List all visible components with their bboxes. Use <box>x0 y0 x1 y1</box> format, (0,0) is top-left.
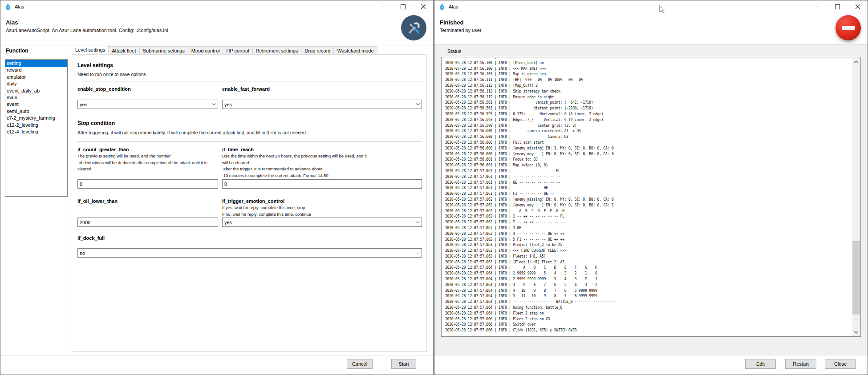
window-title: Alas <box>449 4 458 9</box>
page-subtitle: AzurLaneAutoScript, An Azur Lane automat… <box>6 28 168 33</box>
maximize-button[interactable] <box>393 0 413 13</box>
tab[interactable]: Mood control <box>188 46 223 54</box>
enable-fast-forward-select[interactable]: yes <box>222 100 422 109</box>
function-list-item[interactable]: emulator <box>5 74 67 81</box>
caption-buttons <box>807 0 868 13</box>
tab[interactable]: Retirement settings <box>252 46 302 54</box>
start-button[interactable]: Start <box>391 359 416 369</box>
log-line: 2020-05-28 12:07:57.061 | INFO | -- -- -… <box>445 185 852 191</box>
tab[interactable]: HP control <box>223 46 252 54</box>
chevron-down-icon <box>414 221 422 223</box>
edit-button[interactable]: Edit <box>745 359 776 369</box>
log-line: 2020-05-28 12:07:57.064 | INFO | 1 9999 … <box>445 271 852 277</box>
log-line: 2020-05-28 12:07:56.599 | INFO | Center … <box>445 123 852 129</box>
log-lines: 2020-05-28 12:07:56.100 | INFO | fleet_l… <box>442 58 852 334</box>
log-line: 2020-05-28 12:07:57.064 | INFO | 2 9999 … <box>445 277 852 282</box>
alas-config-window: Alas Alas AzurLaneAutoScript, An Azur La… <box>0 0 434 375</box>
if-dock-full-select[interactable]: no <box>77 248 422 258</box>
tab[interactable]: Wasteland mode <box>333 46 377 54</box>
cancel-button[interactable]: Cancel <box>347 359 373 369</box>
section-heading: Level settings <box>77 62 113 69</box>
function-list-item[interactable]: setting <box>5 60 67 67</box>
function-list-item[interactable]: event_daily_ab <box>5 88 67 94</box>
if-trigger-emotion-control-select[interactable]: yes <box>222 218 422 227</box>
minimize-icon <box>381 7 385 7</box>
function-list-item[interactable]: reward <box>5 67 67 73</box>
scroll-down-button[interactable] <box>852 328 860 336</box>
function-list-item[interactable]: main <box>5 94 67 101</box>
stop-condition-heading: Stop condition <box>77 120 115 126</box>
if-trigger-emotion-control-label: if_trigger_emotion_control <box>222 198 284 204</box>
log-line: 2020-05-28 12:07:57.061 | INFO | 0E -- -… <box>445 180 852 186</box>
log-line: 2020-05-28 12:07:57.063 | INFO | 5 F1 --… <box>445 237 852 243</box>
scroll-up-button[interactable] <box>852 58 860 65</box>
log-line: 2020-05-28 12:07:56.600 | INFO | Camera:… <box>445 134 852 140</box>
run-status-subtitle: Terminated by user <box>440 28 482 33</box>
log-line: 2020-05-28 12:07:57.062 | INFO | 4 -- --… <box>445 231 852 237</box>
log-line: 2020-05-28 12:07:57.061 | INFO | F1 -- -… <box>445 191 852 197</box>
log-output[interactable]: 2020-05-28 12:07:56.100 | INFO | fleet_l… <box>441 57 861 337</box>
page-title: Alas <box>6 19 18 26</box>
enable-stop-condition-label: enable_stop_condition <box>77 86 131 92</box>
if-count-greater-than-input[interactable] <box>77 179 218 189</box>
tools-icon <box>401 15 426 40</box>
close-button[interactable] <box>413 0 433 13</box>
log-line: 2020-05-28 12:07:56.112 | INFO | [Map_bu… <box>445 83 852 89</box>
log-line: 2020-05-28 12:07:57.062 | INFO | 1 -- ++… <box>445 214 852 220</box>
close-button[interactable] <box>848 0 868 13</box>
enable-stop-condition-select[interactable]: yes <box>77 100 218 109</box>
titlebar[interactable]: Alas <box>434 0 868 13</box>
level-settings-panel: Level settings Need to run once to save … <box>72 54 427 352</box>
log-text-clip: 2020-05-28 12:07:56.100 | INFO | fleet_l… <box>442 58 852 336</box>
function-list-item[interactable]: daily <box>5 81 67 87</box>
function-list-item[interactable]: semi_auto <box>5 108 67 115</box>
tab[interactable]: Level settings <box>72 45 109 54</box>
log-line: 2020-05-28 12:07:56.100 | INFO | [Fleet_… <box>445 60 852 66</box>
if-oil-lower-than-label: if_oil_lower_than <box>77 198 118 204</box>
divider <box>77 81 422 81</box>
function-list[interactable]: setting reward emulator daily event_dail… <box>5 59 68 197</box>
log-line: 2020-05-28 12:07:57.064 | INFO | Fleet 2… <box>445 311 852 317</box>
titlebar[interactable]: Alas <box>0 0 433 13</box>
log-line: 2020-05-28 12:07:57.062 | INFO | 3 0E --… <box>445 226 852 231</box>
maximize-button[interactable] <box>827 0 848 13</box>
alas-run-window: Alas Finished Terminated by user Status … <box>434 0 868 375</box>
chevron-down-icon <box>211 103 218 105</box>
tab[interactable]: Submarine settings <box>139 46 188 54</box>
if-count-greater-than-label: if_count_greater_than <box>77 147 129 152</box>
footer-separator <box>434 355 868 355</box>
tab[interactable]: Drop record <box>301 46 334 54</box>
log-line: 2020-05-28 12:07:57.064 | INFO | 5 11 10… <box>445 294 852 299</box>
minimize-button[interactable] <box>373 0 393 13</box>
maximize-icon <box>401 4 406 9</box>
minimize-icon <box>815 7 820 7</box>
if-dock-full-label: if_dock_full <box>77 235 105 241</box>
close-window-button[interactable]: Close <box>825 359 856 369</box>
if-time-reach-label: if_time_reach <box>222 147 254 152</box>
footer-separator <box>0 355 433 355</box>
log-line: 2020-05-28 12:07:57.062 | INFO | [enemy_… <box>445 197 852 203</box>
log-line: 2020-05-28 12:07:57.064 | INFO | 4 10 9 … <box>445 288 852 294</box>
log-line: 2020-05-28 12:07:57.064 | INFO | Using f… <box>445 305 852 311</box>
wrench-screwdriver-icon <box>407 21 421 35</box>
log-line: 2020-05-28 12:07:57.066 | INFO | Switch … <box>445 322 852 328</box>
function-list-item[interactable]: event <box>5 101 67 108</box>
minimize-button[interactable] <box>807 0 827 13</box>
if-time-reach-desc: Use the time within the next 24 hours, t… <box>222 153 423 179</box>
if-oil-lower-than-input[interactable] <box>77 218 218 227</box>
scrollbar-thumb[interactable] <box>852 241 860 315</box>
function-list-item[interactable]: c12-2_leveling <box>5 122 67 129</box>
chevron-down-icon <box>854 331 858 334</box>
chevron-down-icon <box>414 252 422 254</box>
function-list-item[interactable]: c12-4_leveling <box>5 129 67 135</box>
if-time-reach-input[interactable] <box>222 179 422 189</box>
log-line: 2020-05-28 12:07:56.600 | INFO | [enemy_… <box>445 152 852 157</box>
tab[interactable]: Attack fleet <box>108 46 139 54</box>
log-scrollbar[interactable] <box>852 58 860 336</box>
restart-button[interactable]: Restart <box>785 359 816 369</box>
section-note: Need to run once to save options <box>77 72 146 77</box>
log-line: 2020-05-28 12:07:57.066 | INFO | Fleet_2… <box>445 317 852 323</box>
desktop: Alas Alas AzurLaneAutoScript, An Azur La… <box>0 0 868 375</box>
function-list-item[interactable]: c7-2_mystery_farming <box>5 115 67 121</box>
log-line: 2020-05-28 12:07:57.062 | INFO | [enemy_… <box>445 203 852 209</box>
